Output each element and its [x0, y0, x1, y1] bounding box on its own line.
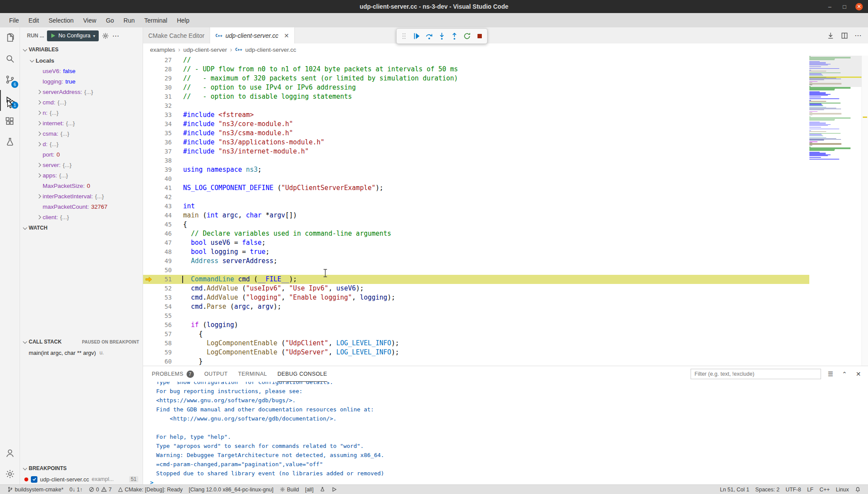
current-line-arrow-icon[interactable] — [143, 275, 154, 284]
variable-row[interactable]: cmd:{...} — [20, 97, 143, 107]
breakpoint-checkbox[interactable] — [31, 476, 37, 483]
variable-row[interactable]: maxPacketCount:32767 — [20, 201, 143, 212]
breakpoint-gutter[interactable] — [143, 120, 154, 129]
code-line[interactable]: 42 — [143, 193, 809, 202]
code-line[interactable]: 52 cmd.AddValue ("useIpv6", "Use Ipv6", … — [143, 284, 809, 293]
menu-edit[interactable]: Edit — [24, 13, 44, 27]
tab-cmake-cache-editor[interactable]: CMake Cache Editor — [143, 27, 210, 43]
code-line[interactable]: 39using namespace ns3; — [143, 165, 809, 174]
code-line[interactable]: 33#include <fstream> — [143, 110, 809, 120]
stack-frame[interactable]: main(int argc, char ** argv) u. — [20, 347, 143, 358]
breakpoint-gutter[interactable] — [143, 229, 154, 238]
code-line[interactable]: 29// - maximum of 320 packets sent (or l… — [143, 74, 809, 83]
breakpoint-gutter[interactable] — [143, 247, 154, 257]
code-line[interactable]: 44main (int argc, char *argv[]) — [143, 211, 809, 220]
breakpoint-gutter[interactable] — [143, 211, 154, 220]
code-line[interactable]: 48 bool logging = true; — [143, 247, 809, 257]
code-line[interactable]: 28// - UDP flow from n0 to n1 of 1024 by… — [143, 65, 809, 74]
encoding-item[interactable]: UTF-8 — [782, 485, 804, 494]
cursor-position-item[interactable]: Ln 51, Col 1 — [717, 485, 752, 494]
tab-terminal[interactable]: TERMINAL — [238, 366, 267, 382]
menu-terminal[interactable]: Terminal — [140, 13, 172, 27]
git-branch-item[interactable]: buildsystem-cmake* — [4, 485, 67, 494]
variable-row[interactable]: logging:true — [20, 76, 143, 87]
variable-row[interactable]: n:{...} — [20, 107, 143, 118]
code-line[interactable]: 32 — [143, 101, 809, 110]
breakpoint-gutter[interactable] — [143, 202, 154, 211]
menu-file[interactable]: File — [4, 13, 24, 27]
build-target-item[interactable]: [all] — [302, 485, 316, 494]
variable-row[interactable]: useV6:false — [20, 66, 143, 76]
os-item[interactable]: Linux — [833, 485, 852, 494]
notifications-item[interactable] — [852, 485, 864, 494]
stop-button[interactable] — [474, 30, 485, 42]
clear-console-icon[interactable]: ☰ — [826, 370, 835, 377]
code-line[interactable]: 55 — [143, 311, 809, 320]
breakpoint-gutter[interactable] — [143, 174, 154, 184]
breakpoint-gutter[interactable] — [143, 83, 154, 92]
code-line[interactable]: 46 // Declare variables used in command-… — [143, 229, 809, 238]
cmake-kit-item[interactable]: [Clang 12.0.0 x86_64-pc-linux-gnu] — [186, 485, 277, 494]
breakpoint-gutter[interactable] — [143, 220, 154, 229]
breakpoint-gutter[interactable] — [143, 330, 154, 339]
maximize-panel-icon[interactable]: ⌃ — [840, 370, 849, 377]
code-line[interactable]: 30// - option to use IPv4 or IPv6 addres… — [143, 83, 809, 92]
activity-extensions[interactable] — [0, 111, 20, 132]
breakpoint-gutter[interactable] — [143, 311, 154, 320]
variable-row[interactable]: serverAddress:{...} — [20, 87, 143, 97]
close-button[interactable]: ✕ — [855, 3, 863, 10]
breakpoint-gutter[interactable] — [143, 293, 154, 302]
code-line[interactable]: 37#include "ns3/internet-module.h" — [143, 147, 809, 156]
breakpoint-gutter[interactable] — [143, 348, 154, 357]
console-filter-input[interactable] — [691, 369, 821, 379]
breakpoint-gutter[interactable] — [143, 302, 154, 311]
code-editor[interactable]: 27//28// - UDP flow from n0 to n1 of 102… — [143, 56, 868, 366]
code-line[interactable]: 57 { — [143, 330, 809, 339]
breakpoint-gutter[interactable] — [143, 257, 154, 266]
breakpoint-gutter[interactable] — [143, 320, 154, 330]
activity-settings[interactable] — [0, 464, 20, 484]
variable-row[interactable]: interPacketInterval:{...} — [20, 191, 143, 201]
breakpoint-gutter[interactable] — [143, 138, 154, 147]
menu-view[interactable]: View — [78, 13, 101, 27]
breakpoint-gutter[interactable] — [143, 65, 154, 74]
breakpoint-gutter[interactable] — [143, 101, 154, 110]
variable-row[interactable]: MaxPacketSize:0 — [20, 180, 143, 191]
more-actions-icon[interactable]: ⋯ — [112, 32, 120, 40]
code-line[interactable]: 45{ — [143, 220, 809, 229]
code-line[interactable]: 31// - option to disable logging stateme… — [143, 92, 809, 101]
cmake-status-item[interactable]: CMake: [Debug]: Ready — [115, 485, 186, 494]
code-line[interactable]: 34#include "ns3/core-module.h" — [143, 120, 809, 129]
close-panel-icon[interactable]: ✕ — [854, 370, 863, 377]
sync-item[interactable]: 0↓ 1↑ — [67, 485, 86, 494]
activity-accounts[interactable] — [0, 443, 20, 464]
code-line[interactable]: 50 — [143, 266, 809, 275]
eol-item[interactable]: LF — [804, 485, 817, 494]
code-line[interactable]: 56 if (logging) — [143, 320, 809, 330]
breakpoint-row[interactable]: udp-client-server.cc exampl... 51 — [20, 474, 143, 484]
more-actions-icon[interactable]: ⋯ — [855, 31, 862, 40]
breakpoint-gutter[interactable] — [143, 165, 154, 174]
breadcrumb-item[interactable]: udp-client-server.cc — [245, 47, 296, 53]
code-line[interactable]: 35#include "ns3/csma-module.h" — [143, 129, 809, 138]
breadcrumb-item[interactable]: udp-client-server — [183, 47, 227, 53]
scope-locals[interactable]: Locals — [20, 55, 143, 66]
close-tab-icon[interactable]: ✕ — [284, 32, 289, 39]
launch-config-dropdown[interactable]: No Configura ▾ — [47, 30, 99, 41]
code-line[interactable]: 43int — [143, 202, 809, 211]
maximize-button[interactable]: □ — [841, 3, 848, 10]
overview-ruler[interactable] — [861, 56, 868, 366]
breakpoint-gutter[interactable] — [143, 266, 154, 275]
menu-selection[interactable]: Selection — [44, 13, 79, 27]
menu-go[interactable]: Go — [101, 13, 119, 27]
variable-row[interactable]: apps:{...} — [20, 170, 143, 180]
indentation-item[interactable]: Spaces: 2 — [752, 485, 783, 494]
activity-search[interactable] — [0, 48, 20, 69]
code-line[interactable]: 53 cmd.AddValue ("logging", "Enable logg… — [143, 293, 809, 302]
section-call-stack[interactable]: CALL STACK PAUSED ON BREAKPOINT — [20, 336, 143, 347]
breakpoint-gutter[interactable] — [143, 92, 154, 101]
code-line[interactable]: 60 } — [143, 357, 809, 366]
code-line[interactable]: 58 LogComponentEnable ("UdpClient", LOG_… — [143, 339, 809, 348]
tab-debug-console[interactable]: DEBUG CONSOLE — [277, 366, 327, 382]
breakpoint-gutter[interactable] — [143, 74, 154, 83]
